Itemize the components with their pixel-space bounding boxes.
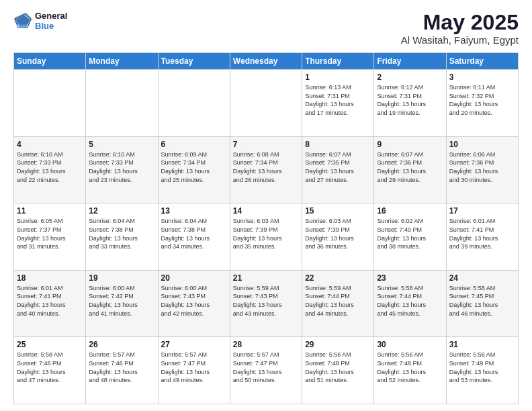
calendar-cell xyxy=(86,70,158,137)
day-number: 10 xyxy=(449,140,515,149)
calendar-cell: 31Sunrise: 5:56 AM Sunset: 7:49 PM Dayli… xyxy=(446,337,518,404)
day-number: 14 xyxy=(233,206,299,216)
calendar-cell: 2Sunrise: 6:12 AM Sunset: 7:31 PM Daylig… xyxy=(374,70,446,137)
day-number: 5 xyxy=(89,140,154,149)
calendar-cell xyxy=(14,70,86,137)
calendar-cell: 9Sunrise: 6:07 AM Sunset: 7:36 PM Daylig… xyxy=(374,136,446,203)
calendar-cell: 26Sunrise: 5:57 AM Sunset: 7:46 PM Dayli… xyxy=(86,337,158,404)
day-number: 31 xyxy=(449,340,515,349)
day-info: Sunrise: 5:57 AM Sunset: 7:46 PM Dayligh… xyxy=(89,351,154,384)
calendar-table: SundayMondayTuesdayWednesdayThursdayFrid… xyxy=(13,52,519,404)
day-header-friday: Friday xyxy=(374,53,446,70)
calendar-week-row: 11Sunrise: 6:05 AM Sunset: 7:37 PM Dayli… xyxy=(14,203,519,271)
day-number: 12 xyxy=(89,206,154,216)
day-info: Sunrise: 5:56 AM Sunset: 7:49 PM Dayligh… xyxy=(449,351,515,384)
day-number: 2 xyxy=(377,73,443,82)
day-number: 30 xyxy=(377,340,443,349)
day-number: 4 xyxy=(17,140,83,149)
day-number: 25 xyxy=(17,340,83,349)
day-number: 21 xyxy=(233,273,299,283)
day-info: Sunrise: 5:56 AM Sunset: 7:48 PM Dayligh… xyxy=(377,351,443,384)
calendar-cell: 24Sunrise: 5:58 AM Sunset: 7:45 PM Dayli… xyxy=(446,270,518,337)
calendar-cell: 27Sunrise: 5:57 AM Sunset: 7:47 PM Dayli… xyxy=(158,337,230,404)
calendar-week-row: 18Sunrise: 6:01 AM Sunset: 7:41 PM Dayli… xyxy=(14,270,519,337)
day-info: Sunrise: 5:57 AM Sunset: 7:47 PM Dayligh… xyxy=(233,351,299,384)
calendar-cell: 22Sunrise: 5:59 AM Sunset: 7:44 PM Dayli… xyxy=(302,270,374,337)
day-number: 13 xyxy=(161,206,227,216)
calendar-cell: 18Sunrise: 6:01 AM Sunset: 7:41 PM Dayli… xyxy=(14,270,86,337)
day-info: Sunrise: 6:07 AM Sunset: 7:36 PM Dayligh… xyxy=(377,150,443,184)
calendar-cell: 28Sunrise: 5:57 AM Sunset: 7:47 PM Dayli… xyxy=(230,337,302,404)
day-info: Sunrise: 6:00 AM Sunset: 7:43 PM Dayligh… xyxy=(161,284,227,318)
day-number: 15 xyxy=(305,206,371,216)
calendar-cell: 21Sunrise: 5:59 AM Sunset: 7:43 PM Dayli… xyxy=(230,270,302,337)
calendar-cell: 14Sunrise: 6:03 AM Sunset: 7:39 PM Dayli… xyxy=(230,203,302,271)
day-info: Sunrise: 5:58 AM Sunset: 7:44 PM Dayligh… xyxy=(377,284,443,318)
day-info: Sunrise: 6:03 AM Sunset: 7:39 PM Dayligh… xyxy=(233,217,299,250)
day-number: 9 xyxy=(377,140,443,149)
calendar-cell: 11Sunrise: 6:05 AM Sunset: 7:37 PM Dayli… xyxy=(14,203,86,271)
calendar-cell: 30Sunrise: 5:56 AM Sunset: 7:48 PM Dayli… xyxy=(374,337,446,404)
day-info: Sunrise: 6:05 AM Sunset: 7:37 PM Dayligh… xyxy=(17,217,83,250)
day-info: Sunrise: 6:06 AM Sunset: 7:36 PM Dayligh… xyxy=(449,150,515,184)
day-info: Sunrise: 6:01 AM Sunset: 7:41 PM Dayligh… xyxy=(449,217,515,250)
calendar-cell xyxy=(230,70,302,137)
day-number: 24 xyxy=(449,273,515,283)
day-info: Sunrise: 5:59 AM Sunset: 7:44 PM Dayligh… xyxy=(305,284,371,318)
calendar-cell: 20Sunrise: 6:00 AM Sunset: 7:43 PM Dayli… xyxy=(158,270,230,337)
day-header-saturday: Saturday xyxy=(446,53,518,70)
calendar-week-row: 25Sunrise: 5:58 AM Sunset: 7:46 PM Dayli… xyxy=(14,337,519,404)
day-info: Sunrise: 6:01 AM Sunset: 7:41 PM Dayligh… xyxy=(17,284,83,318)
title-block: May 2025 Al Wasitah, Faiyum, Egypt xyxy=(401,11,519,46)
day-number: 27 xyxy=(161,340,227,349)
calendar-cell xyxy=(158,70,230,137)
day-info: Sunrise: 6:04 AM Sunset: 7:38 PM Dayligh… xyxy=(89,217,154,250)
day-number: 7 xyxy=(233,140,299,149)
day-number: 11 xyxy=(17,206,83,216)
calendar-cell: 19Sunrise: 6:00 AM Sunset: 7:42 PM Dayli… xyxy=(86,270,158,337)
calendar-cell: 1Sunrise: 6:13 AM Sunset: 7:31 PM Daylig… xyxy=(302,70,374,137)
day-header-wednesday: Wednesday xyxy=(230,53,302,70)
calendar-cell: 25Sunrise: 5:58 AM Sunset: 7:46 PM Dayli… xyxy=(14,337,86,404)
day-info: Sunrise: 6:10 AM Sunset: 7:33 PM Dayligh… xyxy=(89,150,154,184)
calendar-cell: 23Sunrise: 5:58 AM Sunset: 7:44 PM Dayli… xyxy=(374,270,446,337)
day-number: 23 xyxy=(377,273,443,283)
day-header-sunday: Sunday xyxy=(14,53,86,70)
day-number: 8 xyxy=(305,140,371,149)
calendar-cell: 6Sunrise: 6:09 AM Sunset: 7:34 PM Daylig… xyxy=(158,136,230,203)
day-header-monday: Monday xyxy=(86,53,158,70)
calendar-cell: 16Sunrise: 6:02 AM Sunset: 7:40 PM Dayli… xyxy=(374,203,446,271)
day-number: 1 xyxy=(305,73,371,82)
calendar-cell: 5Sunrise: 6:10 AM Sunset: 7:33 PM Daylig… xyxy=(86,136,158,203)
day-info: Sunrise: 6:12 AM Sunset: 7:31 PM Dayligh… xyxy=(377,83,443,117)
calendar-header-row: SundayMondayTuesdayWednesdayThursdayFrid… xyxy=(14,53,519,70)
day-header-tuesday: Tuesday xyxy=(158,53,230,70)
day-number: 29 xyxy=(305,340,371,349)
day-number: 17 xyxy=(449,206,515,216)
svg-marker-3 xyxy=(15,13,32,25)
day-number: 26 xyxy=(89,340,154,349)
logo-icon xyxy=(13,11,32,30)
day-info: Sunrise: 6:08 AM Sunset: 7:34 PM Dayligh… xyxy=(233,150,299,184)
day-info: Sunrise: 5:58 AM Sunset: 7:45 PM Dayligh… xyxy=(449,284,515,318)
day-info: Sunrise: 6:11 AM Sunset: 7:32 PM Dayligh… xyxy=(449,83,515,117)
day-info: Sunrise: 5:57 AM Sunset: 7:47 PM Dayligh… xyxy=(161,351,227,384)
day-number: 19 xyxy=(89,273,154,283)
day-number: 16 xyxy=(377,206,443,216)
day-info: Sunrise: 6:03 AM Sunset: 7:39 PM Dayligh… xyxy=(305,217,371,250)
calendar-cell: 4Sunrise: 6:10 AM Sunset: 7:33 PM Daylig… xyxy=(14,136,86,203)
day-header-thursday: Thursday xyxy=(302,53,374,70)
day-info: Sunrise: 6:02 AM Sunset: 7:40 PM Dayligh… xyxy=(377,217,443,250)
day-info: Sunrise: 6:00 AM Sunset: 7:42 PM Dayligh… xyxy=(89,284,154,318)
day-info: Sunrise: 6:13 AM Sunset: 7:31 PM Dayligh… xyxy=(305,83,371,117)
calendar-cell: 15Sunrise: 6:03 AM Sunset: 7:39 PM Dayli… xyxy=(302,203,374,271)
day-number: 22 xyxy=(305,273,371,283)
day-number: 3 xyxy=(449,73,515,82)
day-info: Sunrise: 6:10 AM Sunset: 7:33 PM Dayligh… xyxy=(17,150,83,184)
day-number: 20 xyxy=(161,273,227,283)
day-number: 6 xyxy=(161,140,227,149)
calendar-cell: 10Sunrise: 6:06 AM Sunset: 7:36 PM Dayli… xyxy=(446,136,518,203)
day-info: Sunrise: 6:07 AM Sunset: 7:35 PM Dayligh… xyxy=(305,150,371,184)
subtitle: Al Wasitah, Faiyum, Egypt xyxy=(401,34,519,46)
main-title: May 2025 xyxy=(401,11,519,34)
